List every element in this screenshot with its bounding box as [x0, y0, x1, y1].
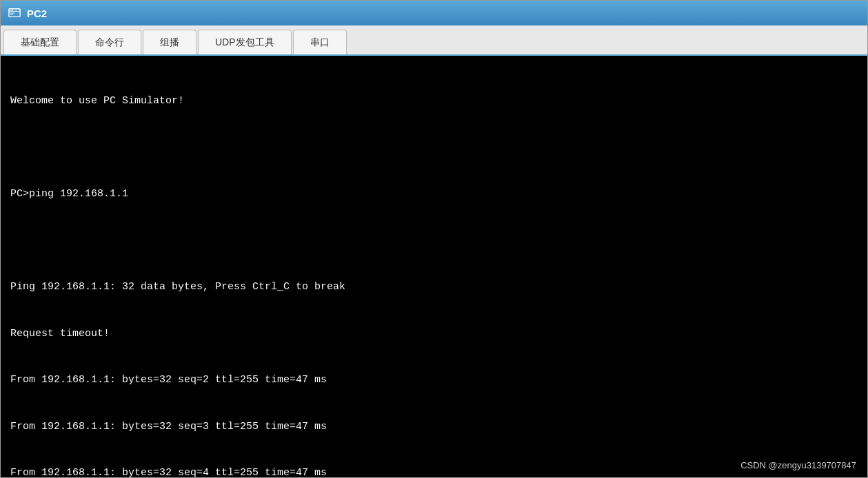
terminal-line: From 192.168.1.1: bytes=32 seq=3 ttl=255…: [10, 419, 858, 435]
tab-bar: 基础配置 命令行 组播 UDP发包工具 串口: [1, 25, 867, 56]
terminal-area[interactable]: Welcome to use PC Simulator! PC>ping 192…: [1, 56, 867, 477]
watermark: CSDN @zengyu3139707847: [740, 460, 856, 470]
tab-serial[interactable]: 串口: [293, 30, 347, 54]
title-bar: PC2: [1, 1, 867, 25]
terminal-line: [10, 141, 858, 156]
terminal-output: Welcome to use PC Simulator! PC>ping 192…: [10, 63, 858, 477]
terminal-line: From 192.168.1.1: bytes=32 seq=4 ttl=255…: [10, 466, 858, 477]
terminal-line: Ping 192.168.1.1: 32 data bytes, Press C…: [10, 280, 858, 295]
terminal-line: Request timeout!: [10, 326, 858, 342]
tab-udp-tool[interactable]: UDP发包工具: [198, 30, 292, 54]
terminal-line: PC>ping 192.168.1.1: [10, 187, 858, 202]
app-icon: [8, 6, 21, 20]
terminal-line: From 192.168.1.1: bytes=32 seq=2 ttl=255…: [10, 373, 858, 388]
tab-command-line[interactable]: 命令行: [78, 30, 141, 54]
svg-rect-3: [12, 10, 13, 10]
svg-rect-2: [10, 10, 12, 10]
tab-basic-config[interactable]: 基础配置: [3, 30, 77, 54]
tab-multicast[interactable]: 组播: [143, 30, 196, 54]
window-title: PC2: [27, 8, 47, 19]
terminal-line: [10, 233, 858, 249]
terminal-line: Welcome to use PC Simulator!: [10, 94, 858, 110]
main-window: PC2 基础配置 命令行 组播 UDP发包工具 串口 Welcome to us…: [0, 0, 868, 478]
